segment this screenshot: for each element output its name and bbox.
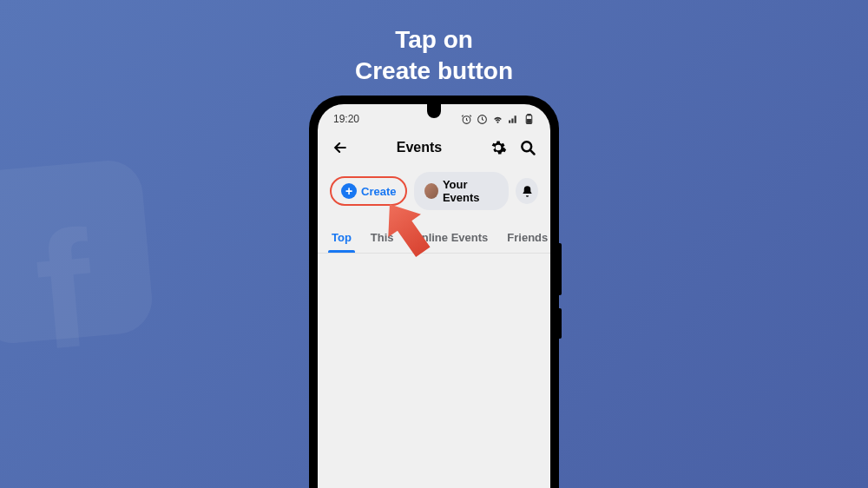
instruction-line-1: Tap on <box>355 24 513 56</box>
facebook-logo-background <box>0 158 155 346</box>
chips-row: + Create Your Events <box>318 165 550 217</box>
notifications-button[interactable] <box>516 178 538 204</box>
plus-icon: + <box>341 183 357 199</box>
battery-icon <box>523 114 535 125</box>
phone-power-button <box>559 308 562 339</box>
phone-volume-button <box>559 243 562 295</box>
tab-friends[interactable]: Friends <box>505 222 549 253</box>
page-title: Events <box>397 140 442 155</box>
your-events-button[interactable]: Your Events <box>414 172 509 210</box>
app-header: Events <box>318 130 550 165</box>
status-icons <box>461 114 535 125</box>
gear-icon[interactable] <box>490 139 507 156</box>
phone-frame: 19:20 <box>309 96 559 488</box>
create-label: Create <box>361 185 396 198</box>
tab-top[interactable]: Top <box>330 222 353 253</box>
alarm-icon <box>461 114 472 125</box>
svg-rect-3 <box>528 114 530 115</box>
bell-icon <box>521 185 534 198</box>
instruction-text: Tap on Create button <box>355 24 513 88</box>
search-icon[interactable] <box>519 139 536 156</box>
phone-notch <box>427 104 441 118</box>
instruction-line-2: Create button <box>355 56 513 87</box>
header-actions <box>490 139 536 156</box>
wifi-icon <box>492 114 503 125</box>
back-icon[interactable] <box>332 139 349 156</box>
avatar <box>424 183 437 199</box>
svg-rect-4 <box>527 119 530 122</box>
your-events-label: Your Events <box>443 178 498 204</box>
status-time: 19:20 <box>333 113 359 125</box>
phone-screen: 19:20 <box>318 104 550 488</box>
signal-icon <box>508 114 519 125</box>
clock-icon <box>477 114 488 125</box>
